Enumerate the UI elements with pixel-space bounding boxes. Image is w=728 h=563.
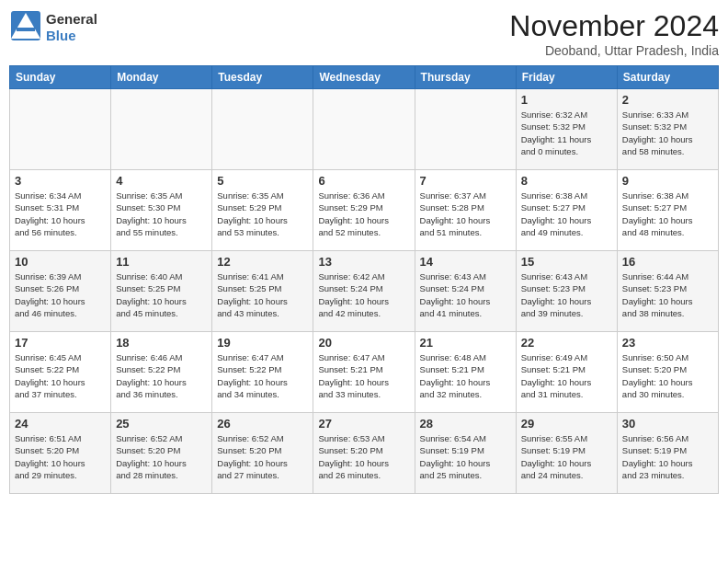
day-number: 10 bbox=[15, 255, 106, 269]
weekday-header-thursday: Thursday bbox=[415, 66, 516, 89]
day-cell bbox=[415, 89, 516, 170]
day-info: Sunrise: 6:32 AM Sunset: 5:32 PM Dayligh… bbox=[521, 109, 612, 157]
day-cell bbox=[212, 89, 313, 170]
day-number: 9 bbox=[622, 174, 713, 188]
day-number: 11 bbox=[116, 255, 207, 269]
day-info: Sunrise: 6:52 AM Sunset: 5:20 PM Dayligh… bbox=[116, 432, 207, 481]
day-cell: 16Sunrise: 6:44 AM Sunset: 5:23 PM Dayli… bbox=[617, 251, 718, 332]
logo-blue: Blue bbox=[46, 28, 76, 43]
day-info: Sunrise: 6:37 AM Sunset: 5:28 PM Dayligh… bbox=[420, 190, 511, 238]
day-cell: 26Sunrise: 6:52 AM Sunset: 5:20 PM Dayli… bbox=[212, 413, 313, 494]
day-info: Sunrise: 6:47 AM Sunset: 5:21 PM Dayligh… bbox=[318, 351, 409, 400]
day-number: 27 bbox=[318, 417, 409, 431]
day-number: 4 bbox=[116, 174, 207, 188]
day-number: 24 bbox=[15, 417, 106, 431]
day-info: Sunrise: 6:51 AM Sunset: 5:20 PM Dayligh… bbox=[15, 432, 106, 481]
day-number: 16 bbox=[622, 255, 713, 269]
logo: General Blue bbox=[9, 9, 97, 46]
day-cell: 21Sunrise: 6:48 AM Sunset: 5:21 PM Dayli… bbox=[415, 332, 516, 413]
day-cell: 19Sunrise: 6:47 AM Sunset: 5:22 PM Dayli… bbox=[212, 332, 313, 413]
day-cell: 14Sunrise: 6:43 AM Sunset: 5:24 PM Dayli… bbox=[415, 251, 516, 332]
day-info: Sunrise: 6:35 AM Sunset: 5:29 PM Dayligh… bbox=[217, 190, 308, 238]
day-info: Sunrise: 6:55 AM Sunset: 5:19 PM Dayligh… bbox=[521, 432, 612, 481]
week-row-4: 17Sunrise: 6:45 AM Sunset: 5:22 PM Dayli… bbox=[10, 332, 719, 413]
day-cell: 2Sunrise: 6:33 AM Sunset: 5:32 PM Daylig… bbox=[617, 89, 718, 170]
day-cell: 1Sunrise: 6:32 AM Sunset: 5:32 PM Daylig… bbox=[516, 89, 617, 170]
day-cell: 3Sunrise: 6:34 AM Sunset: 5:31 PM Daylig… bbox=[10, 170, 111, 251]
weekday-header-sunday: Sunday bbox=[10, 66, 111, 89]
day-cell: 13Sunrise: 6:42 AM Sunset: 5:24 PM Dayli… bbox=[313, 251, 415, 332]
day-number: 17 bbox=[15, 336, 106, 350]
day-cell bbox=[10, 89, 111, 170]
day-cell: 17Sunrise: 6:45 AM Sunset: 5:22 PM Dayli… bbox=[10, 332, 111, 413]
day-info: Sunrise: 6:46 AM Sunset: 5:22 PM Dayligh… bbox=[116, 351, 207, 400]
day-cell: 5Sunrise: 6:35 AM Sunset: 5:29 PM Daylig… bbox=[212, 170, 313, 251]
day-number: 23 bbox=[622, 336, 713, 350]
day-info: Sunrise: 6:49 AM Sunset: 5:21 PM Dayligh… bbox=[521, 351, 612, 400]
day-number: 25 bbox=[116, 417, 207, 431]
day-info: Sunrise: 6:52 AM Sunset: 5:20 PM Dayligh… bbox=[217, 432, 308, 481]
day-number: 13 bbox=[318, 255, 409, 269]
day-cell: 27Sunrise: 6:53 AM Sunset: 5:20 PM Dayli… bbox=[313, 413, 415, 494]
day-cell: 30Sunrise: 6:56 AM Sunset: 5:19 PM Dayli… bbox=[617, 413, 718, 494]
day-info: Sunrise: 6:42 AM Sunset: 5:24 PM Dayligh… bbox=[318, 270, 409, 319]
weekday-header-monday: Monday bbox=[111, 66, 212, 89]
day-info: Sunrise: 6:47 AM Sunset: 5:22 PM Dayligh… bbox=[217, 351, 308, 400]
weekday-header-row: SundayMondayTuesdayWednesdayThursdayFrid… bbox=[10, 66, 719, 89]
day-cell: 10Sunrise: 6:39 AM Sunset: 5:26 PM Dayli… bbox=[10, 251, 111, 332]
weekday-header-saturday: Saturday bbox=[617, 66, 718, 89]
day-number: 26 bbox=[217, 417, 308, 431]
day-cell: 12Sunrise: 6:41 AM Sunset: 5:25 PM Dayli… bbox=[212, 251, 313, 332]
day-cell: 7Sunrise: 6:37 AM Sunset: 5:28 PM Daylig… bbox=[415, 170, 516, 251]
weekday-header-friday: Friday bbox=[516, 66, 617, 89]
day-number: 20 bbox=[318, 336, 409, 350]
day-cell: 24Sunrise: 6:51 AM Sunset: 5:20 PM Dayli… bbox=[10, 413, 111, 494]
week-row-3: 10Sunrise: 6:39 AM Sunset: 5:26 PM Dayli… bbox=[10, 251, 719, 332]
day-number: 12 bbox=[217, 255, 308, 269]
day-number: 5 bbox=[217, 174, 308, 188]
day-cell bbox=[111, 89, 212, 170]
day-number: 15 bbox=[521, 255, 612, 269]
day-info: Sunrise: 6:45 AM Sunset: 5:22 PM Dayligh… bbox=[15, 351, 106, 400]
day-number: 6 bbox=[318, 174, 409, 188]
day-number: 28 bbox=[420, 417, 511, 431]
logo-text: General Blue bbox=[46, 11, 97, 44]
day-cell: 28Sunrise: 6:54 AM Sunset: 5:19 PM Dayli… bbox=[415, 413, 516, 494]
day-number: 22 bbox=[521, 336, 612, 350]
day-info: Sunrise: 6:41 AM Sunset: 5:25 PM Dayligh… bbox=[217, 270, 308, 319]
day-cell: 23Sunrise: 6:50 AM Sunset: 5:20 PM Dayli… bbox=[617, 332, 718, 413]
day-info: Sunrise: 6:53 AM Sunset: 5:20 PM Dayligh… bbox=[318, 432, 409, 481]
day-info: Sunrise: 6:48 AM Sunset: 5:21 PM Dayligh… bbox=[420, 351, 511, 400]
day-info: Sunrise: 6:36 AM Sunset: 5:29 PM Dayligh… bbox=[318, 190, 409, 238]
day-cell: 22Sunrise: 6:49 AM Sunset: 5:21 PM Dayli… bbox=[516, 332, 617, 413]
day-cell: 20Sunrise: 6:47 AM Sunset: 5:21 PM Dayli… bbox=[313, 332, 415, 413]
day-number: 1 bbox=[521, 93, 612, 107]
day-cell: 15Sunrise: 6:43 AM Sunset: 5:23 PM Dayli… bbox=[516, 251, 617, 332]
day-number: 19 bbox=[217, 336, 308, 350]
location-subtitle: Deoband, Uttar Pradesh, India bbox=[509, 43, 719, 58]
week-row-5: 24Sunrise: 6:51 AM Sunset: 5:20 PM Dayli… bbox=[10, 413, 719, 494]
day-number: 7 bbox=[420, 174, 511, 188]
day-info: Sunrise: 6:38 AM Sunset: 5:27 PM Dayligh… bbox=[622, 190, 713, 238]
day-cell: 25Sunrise: 6:52 AM Sunset: 5:20 PM Dayli… bbox=[111, 413, 212, 494]
day-number: 14 bbox=[420, 255, 511, 269]
svg-rect-3 bbox=[17, 28, 35, 31]
day-info: Sunrise: 6:50 AM Sunset: 5:20 PM Dayligh… bbox=[622, 351, 713, 400]
day-number: 8 bbox=[521, 174, 612, 188]
day-info: Sunrise: 6:44 AM Sunset: 5:23 PM Dayligh… bbox=[622, 270, 713, 319]
day-cell: 6Sunrise: 6:36 AM Sunset: 5:29 PM Daylig… bbox=[313, 170, 415, 251]
day-cell: 18Sunrise: 6:46 AM Sunset: 5:22 PM Dayli… bbox=[111, 332, 212, 413]
weekday-header-tuesday: Tuesday bbox=[212, 66, 313, 89]
day-info: Sunrise: 6:38 AM Sunset: 5:27 PM Dayligh… bbox=[521, 190, 612, 238]
day-number: 3 bbox=[15, 174, 106, 188]
logo-general: General bbox=[46, 11, 97, 27]
day-info: Sunrise: 6:43 AM Sunset: 5:23 PM Dayligh… bbox=[521, 270, 612, 319]
day-number: 21 bbox=[420, 336, 511, 350]
logo-icon bbox=[9, 9, 42, 42]
day-info: Sunrise: 6:39 AM Sunset: 5:26 PM Dayligh… bbox=[15, 270, 106, 319]
title-block: November 2024 Deoband, Uttar Pradesh, In… bbox=[509, 9, 719, 58]
day-number: 18 bbox=[116, 336, 207, 350]
day-info: Sunrise: 6:33 AM Sunset: 5:32 PM Dayligh… bbox=[622, 109, 713, 157]
week-row-2: 3Sunrise: 6:34 AM Sunset: 5:31 PM Daylig… bbox=[10, 170, 719, 251]
day-number: 30 bbox=[622, 417, 713, 431]
